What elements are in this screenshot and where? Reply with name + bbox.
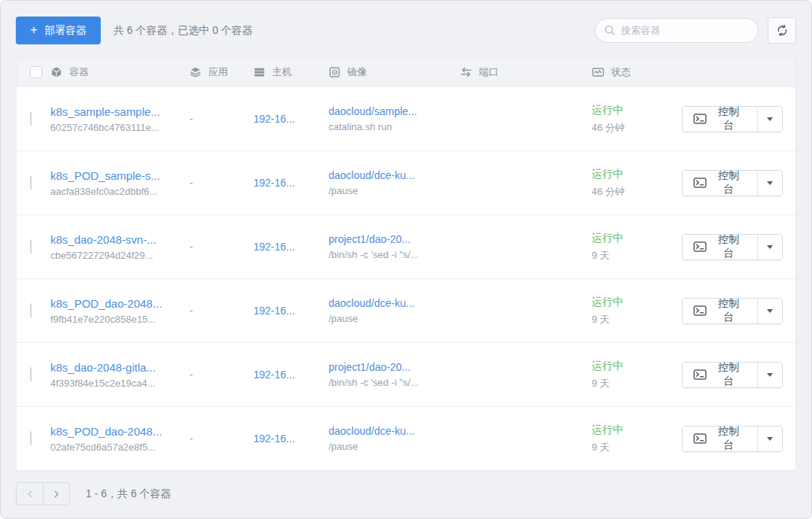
console-button-group: 控制台 (682, 170, 783, 196)
table-row: k8s_dao-2048-svn-... cbe567227294d24f29.… (17, 214, 795, 278)
container-name-link[interactable]: k8s_POD_sample-s... (50, 169, 189, 182)
status-uptime: 9 天 (592, 441, 682, 454)
column-header-image: 镜像 (329, 65, 460, 79)
console-button-label: 控制台 (714, 106, 744, 132)
console-dropdown-button[interactable] (757, 426, 782, 451)
status-cell: 运行中 46 分钟 (592, 104, 682, 135)
status-cell: 运行中 9 天 (592, 232, 682, 263)
image-name-link[interactable]: daocloud/sample... (329, 105, 460, 117)
console-button[interactable]: 控制台 (683, 299, 757, 323)
caret-down-icon (767, 373, 773, 377)
host-link[interactable]: 192-16... (253, 369, 329, 381)
refresh-button[interactable] (768, 17, 796, 44)
column-header-host: 主机 (253, 65, 329, 79)
image-command: /bin/sh -c 'sed -i "s/... (329, 377, 460, 388)
console-button-label: 控制台 (714, 234, 744, 260)
row-checkbox[interactable] (30, 303, 32, 317)
terminal-icon (693, 305, 707, 317)
image-name-link[interactable]: daocloud/dce-ku... (329, 425, 460, 437)
image-cell: daocloud/dce-ku... /pause (329, 297, 460, 324)
server-icon (253, 66, 265, 78)
caret-down-icon (767, 181, 773, 185)
host-link[interactable]: 192-16... (253, 113, 329, 125)
console-dropdown-button[interactable] (757, 299, 782, 323)
ports-icon (460, 66, 472, 78)
app-cell: - (189, 177, 253, 189)
console-button-group: 控制台 (682, 298, 783, 324)
status-cell: 运行中 9 天 (592, 360, 682, 390)
image-cell: daocloud/dce-ku... /pause (329, 169, 460, 196)
image-command: catalina.sh run (329, 121, 460, 132)
container-id: 60257c746bc4763111e... (50, 122, 189, 133)
status-uptime: 9 天 (592, 313, 682, 326)
status-cell: 运行中 9 天 (592, 423, 682, 454)
status-uptime: 46 分钟 (592, 185, 682, 199)
table-row: k8s_POD_dao-2048... 02afe75cd6a57a2e8f5.… (17, 406, 795, 470)
terminal-icon (693, 432, 707, 445)
container-id: 02afe75cd6a57a2e8f5... (50, 442, 189, 453)
prev-page-button[interactable] (17, 483, 43, 505)
container-name-link[interactable]: k8s_POD_dao-2048... (50, 297, 189, 310)
search-icon (604, 24, 616, 36)
status-text: 运行中 (592, 232, 682, 245)
container-name-link[interactable]: k8s_dao-2048-svn-... (50, 233, 189, 246)
container-name-link[interactable]: k8s_dao-2048-gitla... (50, 361, 189, 374)
image-cell: daocloud/sample... catalina.sh run (329, 105, 460, 132)
container-id: 4f393f84e15c2e19ca4... (50, 378, 189, 389)
image-command: /bin/sh -c 'sed -i "s/... (329, 249, 460, 260)
row-checkbox[interactable] (30, 111, 32, 126)
console-dropdown-button[interactable] (757, 363, 782, 387)
image-name-link[interactable]: project1/dao-20... (329, 233, 460, 245)
status-text: 运行中 (592, 360, 682, 373)
console-dropdown-button[interactable] (757, 107, 782, 132)
image-name-link[interactable]: project1/dao-20... (329, 361, 460, 373)
image-name-link[interactable]: daocloud/dce-ku... (329, 169, 460, 181)
table-row: k8s_POD_sample-s... aacfa838efc0ac2dbbf6… (17, 150, 795, 214)
container-name-link[interactable]: k8s_sample-sample... (50, 105, 189, 118)
status-uptime: 46 分钟 (592, 121, 682, 135)
console-button[interactable]: 控制台 (683, 426, 757, 451)
image-command: /pause (329, 313, 460, 324)
row-checkbox[interactable] (30, 367, 32, 381)
column-header-container: 容器 (50, 65, 189, 79)
row-checkbox[interactable] (30, 239, 32, 253)
status-cell: 运行中 46 分钟 (592, 168, 682, 199)
console-button[interactable]: 控制台 (683, 107, 757, 132)
page-range-text: 1 - 6，共 6 个容器 (86, 487, 171, 501)
container-cell: k8s_POD_sample-s... aacfa838efc0ac2dbbf6… (50, 169, 189, 197)
console-button-group: 控制台 (682, 426, 783, 452)
deploy-container-button[interactable]: + 部署容器 (16, 17, 101, 44)
container-management-page: + 部署容器 共 6 个容器，已选中 0 个容器 (0, 0, 812, 519)
column-header-status: 状态 (592, 65, 682, 79)
console-button[interactable]: 控制台 (683, 235, 757, 260)
table-row: k8s_POD_dao-2048... f9fb41e7e220c858e15.… (17, 278, 795, 342)
host-link[interactable]: 192-16... (253, 432, 329, 445)
caret-down-icon (767, 245, 773, 249)
console-dropdown-button[interactable] (757, 235, 782, 260)
container-name-link[interactable]: k8s_POD_dao-2048... (50, 425, 189, 438)
host-link[interactable]: 192-16... (253, 241, 329, 253)
host-link[interactable]: 192-16... (253, 177, 329, 189)
cube-icon (50, 66, 62, 78)
terminal-icon (693, 241, 707, 253)
console-button-group: 控制台 (682, 362, 783, 388)
console-button-label: 控制台 (714, 426, 744, 452)
column-header-app: 应用 (189, 65, 253, 79)
console-button[interactable]: 控制台 (683, 171, 757, 196)
host-link[interactable]: 192-16... (253, 305, 329, 317)
next-page-button[interactable] (43, 483, 69, 505)
image-cell: project1/dao-20... /bin/sh -c 'sed -i "s… (329, 233, 460, 260)
image-name-link[interactable]: daocloud/dce-ku... (329, 297, 460, 309)
select-all-checkbox[interactable] (30, 66, 42, 78)
image-cell: daocloud/dce-ku... /pause (329, 425, 460, 452)
row-checkbox[interactable] (30, 431, 32, 445)
status-text: 运行中 (592, 296, 682, 309)
search-input[interactable] (595, 18, 759, 43)
console-dropdown-button[interactable] (757, 171, 782, 196)
status-text: 运行中 (592, 423, 682, 437)
row-checkbox[interactable] (30, 175, 32, 190)
app-cell: - (189, 113, 253, 125)
console-button[interactable]: 控制台 (683, 363, 757, 387)
terminal-icon (693, 177, 707, 189)
container-cell: k8s_POD_dao-2048... f9fb41e7e220c858e15.… (50, 297, 189, 325)
